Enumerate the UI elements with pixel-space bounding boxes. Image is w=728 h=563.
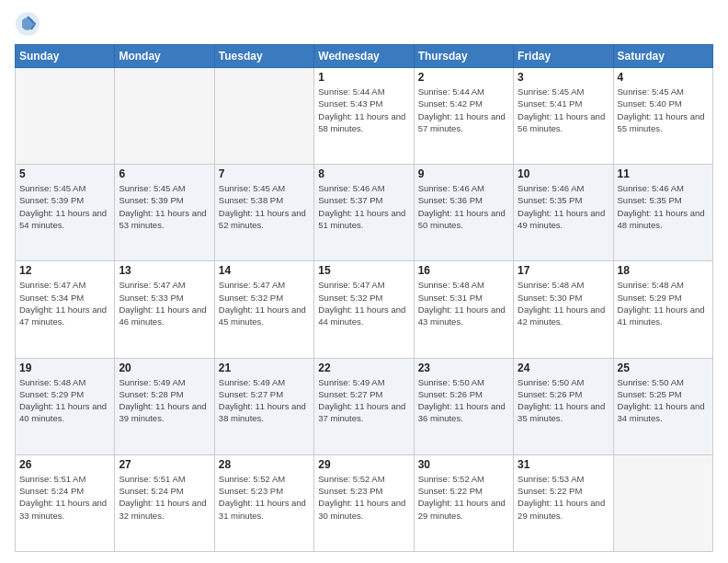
day-info: Sunrise: 5:49 AM Sunset: 5:27 PM Dayligh… [219,376,310,425]
day-number: 25 [618,362,709,374]
logo [15,11,42,37]
calendar-cell: 11Sunrise: 5:46 AM Sunset: 5:35 PM Dayli… [613,165,712,261]
day-info: Sunrise: 5:48 AM Sunset: 5:29 PM Dayligh… [19,376,110,425]
day-info: Sunrise: 5:49 AM Sunset: 5:27 PM Dayligh… [318,376,409,425]
calendar-cell: 6Sunrise: 5:45 AM Sunset: 5:39 PM Daylig… [115,165,214,261]
calendar-cell: 27Sunrise: 5:51 AM Sunset: 5:24 PM Dayli… [115,454,214,551]
weekday-header-monday: Monday [115,45,214,68]
day-number: 17 [518,264,609,277]
logo-icon [15,11,40,37]
day-number: 7 [219,167,310,180]
calendar-cell: 4Sunrise: 5:45 AM Sunset: 5:40 PM Daylig… [613,68,712,165]
calendar-cell: 24Sunrise: 5:50 AM Sunset: 5:26 PM Dayli… [514,358,613,454]
day-number: 26 [19,458,110,471]
calendar-cell [214,68,313,165]
day-number: 30 [418,458,509,471]
day-number: 13 [119,264,210,277]
day-info: Sunrise: 5:45 AM Sunset: 5:39 PM Dayligh… [19,182,110,231]
day-info: Sunrise: 5:52 AM Sunset: 5:22 PM Dayligh… [418,473,509,522]
day-info: Sunrise: 5:46 AM Sunset: 5:35 PM Dayligh… [518,182,609,231]
day-info: Sunrise: 5:46 AM Sunset: 5:36 PM Dayligh… [418,182,509,231]
day-info: Sunrise: 5:53 AM Sunset: 5:22 PM Dayligh… [518,473,609,522]
day-number: 27 [119,458,210,471]
day-info: Sunrise: 5:51 AM Sunset: 5:24 PM Dayligh… [19,473,110,522]
calendar-cell: 19Sunrise: 5:48 AM Sunset: 5:29 PM Dayli… [16,358,115,454]
weekday-header-thursday: Thursday [414,45,513,68]
calendar-cell: 8Sunrise: 5:46 AM Sunset: 5:37 PM Daylig… [314,165,414,261]
day-info: Sunrise: 5:45 AM Sunset: 5:41 PM Dayligh… [518,86,609,134]
day-number: 1 [318,71,409,84]
day-number: 12 [19,264,110,277]
weekday-header-sunday: Sunday [16,45,115,68]
day-number: 22 [318,362,409,374]
calendar-cell: 10Sunrise: 5:46 AM Sunset: 5:35 PM Dayli… [514,165,613,261]
day-number: 9 [418,167,509,180]
day-number: 23 [418,362,509,374]
calendar-cell: 13Sunrise: 5:47 AM Sunset: 5:33 PM Dayli… [115,261,214,358]
calendar-cell: 16Sunrise: 5:48 AM Sunset: 5:31 PM Dayli… [414,261,513,358]
calendar-cell: 20Sunrise: 5:49 AM Sunset: 5:28 PM Dayli… [115,358,214,454]
weekday-header-friday: Friday [514,45,613,68]
calendar-cell: 9Sunrise: 5:46 AM Sunset: 5:36 PM Daylig… [414,165,513,261]
calendar-week-5: 26Sunrise: 5:51 AM Sunset: 5:24 PM Dayli… [16,454,713,551]
day-info: Sunrise: 5:50 AM Sunset: 5:26 PM Dayligh… [518,376,609,425]
day-info: Sunrise: 5:47 AM Sunset: 5:34 PM Dayligh… [19,279,110,327]
day-number: 2 [418,71,509,84]
calendar-cell: 30Sunrise: 5:52 AM Sunset: 5:22 PM Dayli… [414,454,513,551]
calendar-week-2: 5Sunrise: 5:45 AM Sunset: 5:39 PM Daylig… [16,165,713,261]
day-number: 29 [318,458,409,471]
day-number: 5 [19,167,110,180]
day-number: 11 [618,167,709,180]
calendar-cell: 12Sunrise: 5:47 AM Sunset: 5:34 PM Dayli… [16,261,115,358]
day-info: Sunrise: 5:45 AM Sunset: 5:38 PM Dayligh… [219,182,310,231]
calendar-cell: 28Sunrise: 5:52 AM Sunset: 5:23 PM Dayli… [214,454,313,551]
calendar-header-row: SundayMondayTuesdayWednesdayThursdayFrid… [16,45,713,68]
weekday-header-wednesday: Wednesday [314,45,414,68]
day-info: Sunrise: 5:45 AM Sunset: 5:40 PM Dayligh… [618,86,709,134]
calendar-cell [613,454,712,551]
day-number: 3 [518,71,609,84]
calendar-cell: 7Sunrise: 5:45 AM Sunset: 5:38 PM Daylig… [214,165,313,261]
day-number: 18 [618,264,709,277]
calendar-cell: 29Sunrise: 5:52 AM Sunset: 5:23 PM Dayli… [314,454,414,551]
day-number: 21 [219,362,310,374]
day-number: 24 [518,362,609,374]
calendar-cell: 23Sunrise: 5:50 AM Sunset: 5:26 PM Dayli… [414,358,513,454]
day-info: Sunrise: 5:47 AM Sunset: 5:33 PM Dayligh… [119,279,210,327]
calendar-cell: 18Sunrise: 5:48 AM Sunset: 5:29 PM Dayli… [613,261,712,358]
calendar-cell: 5Sunrise: 5:45 AM Sunset: 5:39 PM Daylig… [16,165,115,261]
day-number: 8 [318,167,409,180]
day-number: 20 [119,362,210,374]
day-info: Sunrise: 5:51 AM Sunset: 5:24 PM Dayligh… [119,473,210,522]
calendar-cell: 14Sunrise: 5:47 AM Sunset: 5:32 PM Dayli… [214,261,313,358]
calendar-cell: 25Sunrise: 5:50 AM Sunset: 5:25 PM Dayli… [613,358,712,454]
weekday-header-tuesday: Tuesday [214,45,313,68]
day-number: 4 [618,71,709,84]
day-number: 15 [318,264,409,277]
day-number: 10 [518,167,609,180]
day-info: Sunrise: 5:47 AM Sunset: 5:32 PM Dayligh… [219,279,310,327]
day-info: Sunrise: 5:46 AM Sunset: 5:35 PM Dayligh… [618,182,709,231]
calendar-cell: 17Sunrise: 5:48 AM Sunset: 5:30 PM Dayli… [514,261,613,358]
calendar-cell: 31Sunrise: 5:53 AM Sunset: 5:22 PM Dayli… [514,454,613,551]
day-number: 6 [119,167,210,180]
day-info: Sunrise: 5:45 AM Sunset: 5:39 PM Dayligh… [119,182,210,231]
day-info: Sunrise: 5:50 AM Sunset: 5:25 PM Dayligh… [618,376,709,425]
calendar-cell: 3Sunrise: 5:45 AM Sunset: 5:41 PM Daylig… [514,68,613,165]
calendar-cell: 26Sunrise: 5:51 AM Sunset: 5:24 PM Dayli… [16,454,115,551]
calendar-week-4: 19Sunrise: 5:48 AM Sunset: 5:29 PM Dayli… [16,358,713,454]
day-info: Sunrise: 5:50 AM Sunset: 5:26 PM Dayligh… [418,376,509,425]
page: SundayMondayTuesdayWednesdayThursdayFrid… [0,0,728,563]
day-info: Sunrise: 5:48 AM Sunset: 5:29 PM Dayligh… [618,279,709,327]
day-number: 14 [219,264,310,277]
day-number: 31 [518,458,609,471]
day-info: Sunrise: 5:48 AM Sunset: 5:31 PM Dayligh… [418,279,509,327]
calendar-cell: 21Sunrise: 5:49 AM Sunset: 5:27 PM Dayli… [214,358,313,454]
day-number: 28 [219,458,310,471]
day-number: 19 [19,362,110,374]
calendar-table: SundayMondayTuesdayWednesdayThursdayFrid… [15,44,713,552]
calendar-cell: 15Sunrise: 5:47 AM Sunset: 5:32 PM Dayli… [314,261,414,358]
calendar-cell [115,68,214,165]
day-info: Sunrise: 5:47 AM Sunset: 5:32 PM Dayligh… [318,279,409,327]
day-info: Sunrise: 5:52 AM Sunset: 5:23 PM Dayligh… [318,473,409,522]
